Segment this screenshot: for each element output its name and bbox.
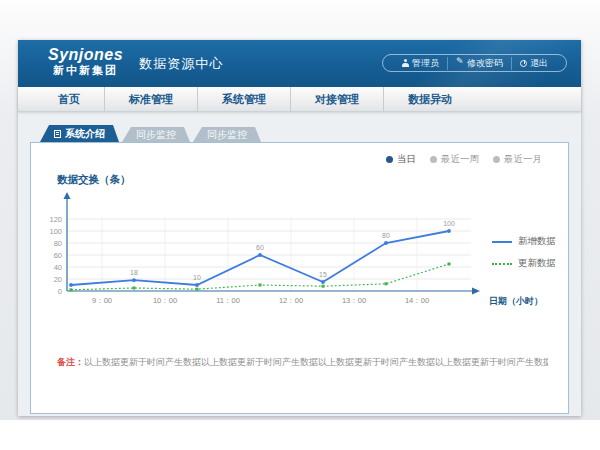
- userbar: 管理员 修改密码 退出: [382, 54, 567, 72]
- legend-new-data-label: 新增数据: [518, 235, 556, 248]
- app-title: 数据资源中心: [139, 55, 223, 76]
- nav-item-system-mgmt[interactable]: 系统管理: [197, 87, 290, 111]
- svg-text:日期（小时）: 日期（小时）: [489, 296, 543, 306]
- svg-text:60: 60: [54, 251, 62, 260]
- range-filter-today[interactable]: 当日: [386, 153, 416, 166]
- userbar-change-password[interactable]: 修改密码: [447, 57, 511, 70]
- range-filter-group: 当日 最近一周 最近一月: [386, 153, 542, 166]
- range-filter-last-week[interactable]: 最近一周: [430, 153, 479, 166]
- dotted-line-swatch-icon: [492, 263, 512, 265]
- radio-dot-icon: [493, 156, 500, 163]
- range-filter-today-label: 当日: [397, 153, 416, 166]
- legend-update-data-label: 更新数据: [518, 257, 556, 270]
- footnote: 备注：以上数据更新于时间产生数据以上数据更新于时间产生数据以上数据更新于时间产生…: [57, 356, 548, 369]
- tab-sync-monitor-2[interactable]: 同步监控: [193, 127, 261, 142]
- range-filter-last-week-label: 最近一周: [441, 153, 479, 166]
- svg-text:120: 120: [49, 215, 62, 224]
- chart-y-axis-title: 数据交换（条）: [57, 173, 131, 187]
- svg-text:14：00: 14：00: [405, 296, 429, 305]
- tab-bar: 系统介绍 同步监控 同步监控: [40, 125, 569, 142]
- nav-item-data-change[interactable]: 数据异动: [383, 87, 476, 111]
- svg-text:9：00: 9：00: [92, 296, 112, 305]
- app-window: Synjones 新中新集团 数据资源中心 管理员 修改密码 退出 首页 标准管…: [18, 40, 581, 416]
- radio-dot-icon: [430, 156, 437, 163]
- footnote-prefix: 备注：: [57, 357, 84, 367]
- tab-sync-monitor-1-label: 同步监控: [136, 128, 176, 142]
- nav-item-standard-mgmt[interactable]: 标准管理: [104, 87, 197, 111]
- chart-panel: 当日 最近一周 最近一月 数据交换（条） 0204060801001209：00…: [30, 142, 569, 414]
- svg-text:60: 60: [256, 244, 264, 251]
- svg-text:11：00: 11：00: [216, 296, 240, 305]
- userbar-logout[interactable]: 退出: [511, 57, 556, 70]
- range-filter-last-month[interactable]: 最近一月: [493, 153, 542, 166]
- svg-text:10: 10: [193, 274, 201, 281]
- power-icon: [520, 60, 527, 67]
- nav-item-integration-mgmt[interactable]: 对接管理: [290, 87, 383, 111]
- radio-dot-icon: [386, 156, 393, 163]
- userbar-change-password-label: 修改密码: [467, 57, 503, 70]
- user-icon: [401, 59, 409, 67]
- document-icon: [54, 130, 61, 138]
- logo-text-cn: 新中新集团: [48, 64, 123, 76]
- svg-text:13：00: 13：00: [342, 296, 366, 305]
- svg-text:100: 100: [443, 220, 455, 227]
- line-swatch-icon: [492, 241, 512, 243]
- svg-text:15: 15: [319, 271, 327, 278]
- svg-text:20: 20: [54, 275, 62, 284]
- series-legend: 新增数据 更新数据: [492, 235, 556, 270]
- tab-sync-monitor-1[interactable]: 同步监控: [122, 127, 190, 142]
- main-content: 系统介绍 同步监控 同步监控 当日 最近一周: [18, 112, 581, 416]
- tab-system-intro-label: 系统介绍: [65, 127, 105, 141]
- userbar-admin-label: 管理员: [412, 57, 439, 70]
- svg-text:100: 100: [49, 227, 62, 236]
- svg-text:10：00: 10：00: [153, 296, 177, 305]
- app-header: Synjones 新中新集团 数据资源中心 管理员 修改密码 退出: [18, 40, 581, 87]
- svg-text:80: 80: [54, 239, 62, 248]
- svg-text:0: 0: [58, 287, 62, 296]
- svg-text:12：00: 12：00: [279, 296, 303, 305]
- nav-bar: 首页 标准管理 系统管理 对接管理 数据异动: [18, 87, 581, 112]
- tab-sync-monitor-2-label: 同步监控: [207, 128, 247, 142]
- svg-text:40: 40: [54, 263, 62, 272]
- logo-text-en: Synjones: [48, 46, 123, 64]
- svg-text:18: 18: [130, 269, 138, 276]
- svg-text:80: 80: [382, 232, 390, 239]
- legend-item-new-data[interactable]: 新增数据: [492, 235, 556, 248]
- logo: Synjones 新中新集团: [48, 46, 123, 76]
- range-filter-last-month-label: 最近一月: [504, 153, 542, 166]
- nav-item-home[interactable]: 首页: [34, 87, 104, 111]
- userbar-admin[interactable]: 管理员: [393, 57, 447, 70]
- edit-icon: [456, 59, 464, 67]
- userbar-logout-label: 退出: [530, 57, 548, 70]
- brand: Synjones 新中新集团 数据资源中心: [48, 46, 223, 76]
- legend-item-update-data[interactable]: 更新数据: [492, 257, 556, 270]
- tab-system-intro[interactable]: 系统介绍: [40, 125, 119, 142]
- footnote-text: 以上数据更新于时间产生数据以上数据更新于时间产生数据以上数据更新于时间产生数据以…: [84, 357, 548, 367]
